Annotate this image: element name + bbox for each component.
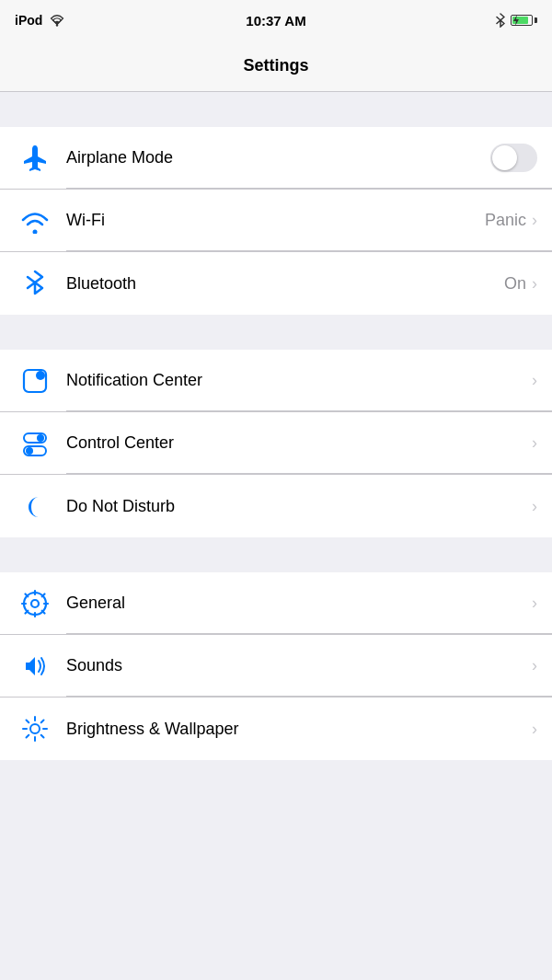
brightness-row[interactable]: Brightness & Wallpaper › [0, 698, 552, 760]
row-divider [66, 473, 552, 474]
general-chevron: › [532, 594, 537, 613]
wifi-status-icon [50, 15, 64, 27]
do-not-disturb-label: Do Not Disturb [66, 497, 532, 516]
section-gap-2 [0, 315, 552, 350]
section-gap-3 [0, 537, 552, 572]
control-center-chevron: › [532, 433, 537, 453]
svg-point-8 [26, 447, 33, 455]
svg-point-6 [37, 434, 44, 442]
device-label: iPod [15, 13, 42, 28]
sounds-icon [15, 646, 55, 686]
bluetooth-chevron: › [532, 274, 537, 294]
svg-point-4 [38, 373, 43, 378]
charging-icon [512, 15, 520, 26]
general-row[interactable]: General › [0, 572, 552, 635]
bluetooth-status-icon [496, 13, 505, 28]
status-bar: iPod 10:37 AM [0, 0, 552, 40]
svg-line-27 [41, 721, 44, 723]
row-divider [66, 633, 552, 634]
svg-line-24 [27, 721, 29, 723]
sounds-label: Sounds [66, 656, 532, 675]
page-title: Settings [243, 56, 308, 75]
wifi-row[interactable]: Wi-Fi Panic › [0, 190, 552, 252]
notification-center-icon [15, 361, 55, 401]
connectivity-group: Airplane Mode Wi-Fi Panic › Bluetooth On [0, 127, 552, 315]
bluetooth-label: Bluetooth [66, 274, 504, 294]
status-right [496, 13, 537, 28]
system-group: General › Sounds › [0, 572, 552, 760]
brightness-label: Brightness & Wallpaper [66, 720, 532, 739]
do-not-disturb-chevron: › [532, 497, 537, 516]
row-divider [66, 250, 552, 251]
bluetooth-row[interactable]: Bluetooth On › [0, 252, 552, 315]
section-gap-top [0, 92, 552, 127]
row-divider [66, 410, 552, 411]
svg-point-19 [30, 724, 40, 733]
status-left: iPod [15, 13, 64, 28]
notifications-group: Notification Center › Control Center › D… [0, 350, 552, 537]
wifi-icon [15, 201, 55, 241]
battery-icon [511, 15, 537, 26]
svg-point-1 [33, 229, 38, 234]
bluetooth-row-icon [15, 263, 55, 304]
toggle-knob [492, 145, 517, 170]
brightness-chevron: › [532, 720, 537, 739]
airplane-mode-row[interactable]: Airplane Mode [0, 127, 552, 190]
notification-center-row[interactable]: Notification Center › [0, 350, 552, 412]
bluetooth-value: On [504, 274, 526, 294]
nav-bar: Settings [0, 40, 552, 92]
sounds-chevron: › [532, 656, 537, 675]
do-not-disturb-row[interactable]: Do Not Disturb › [0, 475, 552, 537]
airplane-icon [15, 138, 55, 179]
wifi-chevron: › [532, 211, 537, 230]
wifi-value: Panic [485, 211, 526, 230]
airplane-mode-toggle[interactable] [490, 144, 537, 172]
general-label: General [66, 594, 532, 613]
do-not-disturb-icon [15, 486, 55, 526]
control-center-icon [15, 423, 55, 464]
control-center-row[interactable]: Control Center › [0, 412, 552, 475]
airplane-mode-label: Airplane Mode [66, 148, 490, 167]
general-icon [15, 583, 55, 624]
notification-center-label: Notification Center [66, 371, 532, 390]
wifi-label: Wi-Fi [66, 211, 485, 230]
row-divider [66, 188, 552, 189]
row-divider [66, 696, 552, 697]
svg-line-25 [41, 735, 44, 738]
sounds-row[interactable]: Sounds › [0, 635, 552, 698]
svg-point-0 [56, 24, 58, 26]
brightness-icon [15, 709, 55, 749]
status-time: 10:37 AM [246, 13, 305, 29]
control-center-label: Control Center [66, 433, 532, 453]
notification-center-chevron: › [532, 371, 537, 390]
svg-point-10 [31, 600, 39, 607]
svg-line-26 [27, 735, 29, 738]
